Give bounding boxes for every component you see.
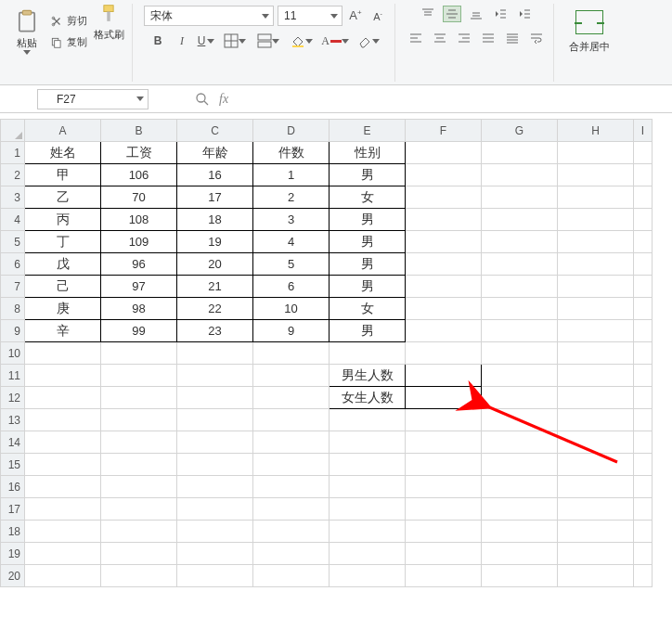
data-cell[interactable]: 男 [330,276,406,298]
data-cell[interactable]: 99 [101,320,177,342]
data-cell[interactable]: 男 [330,231,406,253]
cell[interactable] [634,320,653,342]
data-cell[interactable]: 23 [177,320,253,342]
italic-button[interactable]: I [173,32,191,50]
align-top-button[interactable] [419,6,437,22]
data-cell[interactable]: 16 [177,164,253,186]
data-cell[interactable]: 6 [253,276,330,298]
cell[interactable] [253,365,330,387]
cell[interactable] [558,454,634,476]
cell[interactable] [101,521,177,543]
cell[interactable] [482,365,558,387]
cell[interactable] [406,342,482,365]
align-bottom-button[interactable] [467,6,485,22]
data-cell[interactable]: 男 [330,209,406,231]
cell[interactable] [482,409,558,431]
cell[interactable] [634,298,653,320]
cell[interactable] [101,387,177,409]
cell[interactable] [330,498,406,521]
cell[interactable] [634,365,653,387]
data-cell[interactable]: 己 [25,276,101,298]
summary-label-male[interactable]: 男生人数 [330,365,406,387]
cell[interactable] [558,409,634,431]
data-cell[interactable]: 2 [253,186,330,209]
copy-button[interactable]: 复制 [48,34,89,50]
cell[interactable] [558,476,634,498]
align-middle-button[interactable] [443,6,461,22]
data-cell[interactable]: 丙 [25,209,101,231]
cell[interactable] [25,498,101,521]
fill-color-button[interactable] [288,32,316,50]
cell[interactable] [25,454,101,476]
header-cell[interactable]: 工资 [101,142,177,164]
cell-style-button[interactable] [254,32,282,50]
cell[interactable] [330,409,406,431]
cell[interactable] [634,476,653,498]
cell[interactable] [482,342,558,365]
cell[interactable] [253,431,330,454]
cell[interactable] [177,409,253,431]
cell[interactable] [253,565,330,587]
cell[interactable] [406,142,482,164]
cell[interactable] [177,498,253,521]
row-header-4[interactable]: 4 [1,209,25,231]
data-cell[interactable]: 丁 [25,231,101,253]
row-header-1[interactable]: 1 [1,142,25,164]
cell[interactable] [482,209,558,231]
cell[interactable] [330,342,406,365]
cell[interactable] [482,320,558,342]
cell[interactable] [406,409,482,431]
column-header-F[interactable]: F [406,120,482,142]
font-color-button[interactable]: A [321,32,349,50]
align-justify-button[interactable] [479,30,498,46]
cell[interactable] [25,543,101,565]
cell[interactable] [482,454,558,476]
cell[interactable] [177,365,253,387]
merge-center-button[interactable]: 合并居中 [565,4,614,59]
data-cell[interactable]: 18 [177,209,253,231]
select-all-corner[interactable] [1,120,25,142]
cell[interactable] [177,431,253,454]
cell[interactable] [634,431,653,454]
align-left-button[interactable] [407,30,425,46]
cell[interactable] [253,521,330,543]
cell[interactable] [177,543,253,565]
header-cell[interactable]: 性别 [330,142,406,164]
cell[interactable] [482,186,558,209]
cell[interactable] [25,342,101,365]
cell[interactable] [558,387,634,409]
cell[interactable] [634,186,653,209]
cell[interactable] [634,498,653,521]
cell[interactable] [482,142,558,164]
cell[interactable] [25,521,101,543]
cell[interactable] [558,186,634,209]
cell[interactable] [634,253,653,276]
cell[interactable] [482,476,558,498]
cell[interactable] [558,231,634,253]
header-cell[interactable]: 年龄 [177,142,253,164]
row-header-3[interactable]: 3 [1,186,25,209]
cell[interactable] [101,342,177,365]
paste-button[interactable]: 粘贴 [9,4,45,59]
cell[interactable] [101,543,177,565]
cell[interactable] [634,387,653,409]
increase-indent-button[interactable] [515,6,534,22]
cell[interactable] [406,498,482,521]
cell[interactable] [482,498,558,521]
cell[interactable] [406,320,482,342]
cell[interactable] [253,543,330,565]
cell[interactable] [406,298,482,320]
cell[interactable] [558,543,634,565]
data-cell[interactable]: 97 [101,276,177,298]
cell[interactable] [25,409,101,431]
cell[interactable] [406,209,482,231]
cell[interactable] [558,320,634,342]
cell[interactable] [177,454,253,476]
data-cell[interactable]: 109 [101,231,177,253]
cell[interactable] [101,365,177,387]
data-cell[interactable]: 17 [177,186,253,209]
data-cell[interactable]: 男 [330,164,406,186]
data-cell[interactable]: 106 [101,164,177,186]
column-header-C[interactable]: C [177,120,253,142]
data-cell[interactable]: 19 [177,231,253,253]
